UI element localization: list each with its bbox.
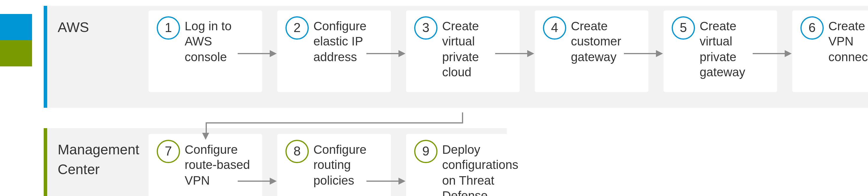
step-5-text: Create virtual private gateway [700, 19, 745, 78]
step-2-number: 2 [285, 16, 309, 40]
arrow-3-branch-drop [206, 122, 207, 134]
step-3-number: 3 [414, 16, 437, 40]
lane-label-mc: Management Center [58, 140, 145, 179]
arrow-7-8 [238, 181, 276, 182]
step-1: 1 Log in to AWS console [149, 10, 262, 92]
arrow-3-branch-head [202, 133, 209, 140]
arrow-4-5 [624, 53, 662, 54]
arrow-3-4 [495, 53, 533, 54]
step-7-text: Configure route-based VPN [185, 143, 250, 187]
step-6-number: 6 [800, 16, 824, 40]
step-1-number: 1 [157, 16, 180, 40]
arrow-1-2 [238, 53, 276, 54]
step-1-text: Log in to AWS console [185, 19, 231, 63]
step-2-text: Configure elastic IP address [313, 19, 366, 63]
arrow-8-9 [366, 181, 404, 182]
step-3-text: Create virtual private cloud [442, 19, 479, 78]
lane-label-aws: AWS [58, 18, 145, 37]
step-9: 9 Deploy configurations on Threat Defens… [406, 134, 520, 196]
accent-square-blue [0, 14, 32, 40]
step-2: 2 Configure elastic IP address [277, 10, 391, 92]
arrow-2-3 [366, 53, 404, 54]
step-9-number: 9 [414, 140, 437, 163]
arrow-5-6 [753, 53, 790, 54]
step-4-text: Create customer gateway [571, 19, 621, 63]
step-6: 6 Create AWS VPN connection [792, 10, 868, 92]
step-7-number: 7 [157, 140, 180, 163]
step-8: 8 Configure routing policies [277, 134, 391, 196]
step-8-text: Configure routing policies [313, 143, 366, 187]
step-8-number: 8 [285, 140, 309, 163]
step-6-text: Create AWS VPN connection [828, 19, 868, 63]
step-4-number: 4 [543, 16, 566, 40]
step-7: 7 Configure route-based VPN [149, 134, 262, 196]
step-5-number: 5 [672, 16, 695, 40]
arrow-3-branch-v [462, 112, 463, 122]
step-4: 4 Create customer gateway [535, 10, 648, 92]
accent-square-green [0, 40, 32, 66]
step-3: 3 Create virtual private cloud [406, 10, 520, 92]
step-9-text: Deploy configurations on Threat Defense [442, 143, 519, 196]
step-5: 5 Create virtual private gateway [663, 10, 777, 92]
workflow-diagram: AWS Management Center 1 Log in to AWS co… [0, 0, 868, 196]
arrow-3-branch-h [206, 122, 463, 124]
